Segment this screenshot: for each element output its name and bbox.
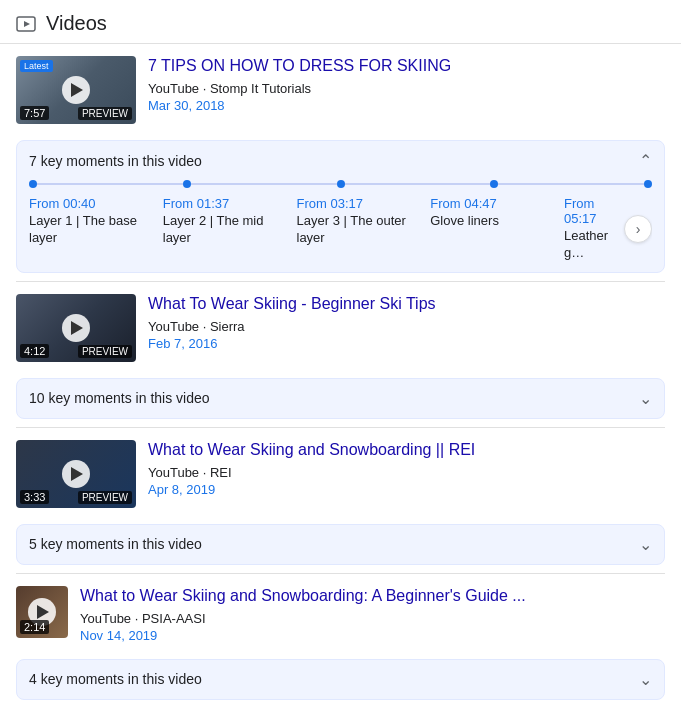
moments-row: From 00:40 Layer 1 | The base layer From… [29,196,652,262]
key-moments-header[interactable]: 7 key moments in this video ⌃ [29,151,652,170]
video-source: YouTube · PSIA-AASI [80,611,665,626]
section-title: Videos [46,12,107,35]
preview-badge: PREVIEW [78,491,132,504]
moment-desc: Leather g… [564,228,616,262]
key-moments-label: 5 key moments in this video [29,536,202,552]
video-date: Mar 30, 2018 [148,98,665,113]
preview-badge: PREVIEW [78,107,132,120]
moment-item[interactable]: From 01:37 Layer 2 | The mid layer [163,196,297,247]
video-date: Apr 8, 2019 [148,482,665,497]
timeline-line [191,183,337,185]
video-info: What to Wear Skiing and Snowboarding || … [148,440,665,497]
video-title[interactable]: What To Wear Skiing - Beginner Ski Tips [148,295,436,312]
moments-next-button[interactable]: › [624,215,652,243]
moment-time: From 01:37 [163,196,289,211]
key-moments-header[interactable]: 10 key moments in this video ⌄ [29,389,652,408]
chevron-down-icon: ⌄ [639,670,652,689]
key-moments-bar: 10 key moments in this video ⌄ [16,378,665,419]
key-moments-bar: 5 key moments in this video ⌄ [16,524,665,565]
moment-desc: Glove liners [430,213,556,230]
timeline-line [498,183,644,185]
timeline-dots [29,180,652,188]
moment-desc: Layer 1 | The base layer [29,213,155,247]
moment-item[interactable]: From 03:17 Layer 3 | The outer layer [297,196,431,247]
video-info: What To Wear Skiing - Beginner Ski Tips … [148,294,665,351]
video-info: 7 TIPS ON HOW TO DRESS FOR SKIING YouTub… [148,56,665,113]
key-moments-header[interactable]: 4 key moments in this video ⌄ [29,670,652,689]
timeline-dot [29,180,37,188]
video-thumbnail[interactable]: 3:33 PREVIEW [16,440,136,508]
moment-item[interactable]: From 04:47 Glove liners [430,196,564,230]
video-info: What to Wear Skiing and Snowboarding: A … [80,586,665,643]
chevron-up-icon: ⌃ [639,151,652,170]
video-section-icon [16,14,36,34]
video-date: Nov 14, 2019 [80,628,665,643]
video-item: 4:12 PREVIEW What To Wear Skiing - Begin… [0,282,681,374]
latest-badge: Latest [20,60,53,72]
chevron-right-icon: › [636,221,641,237]
duration-badge: 7:57 [20,106,49,120]
video-row: 2:14 What to Wear Skiing and Snowboardin… [16,586,665,643]
video-row: 3:33 PREVIEW What to Wear Skiing and Sno… [16,440,665,508]
play-button[interactable] [62,76,90,104]
video-source: YouTube · Stomp It Tutorials [148,81,665,96]
play-icon [71,83,83,97]
play-icon [71,467,83,481]
play-button[interactable] [62,314,90,342]
video-row: Latest 7:57 PREVIEW 7 TIPS ON HOW TO DRE… [16,56,665,124]
moment-item[interactable]: From 05:17 Leather g… [564,196,624,262]
key-moments-bar: 7 key moments in this video ⌃ From 00:40… [16,140,665,273]
moment-time: From 00:40 [29,196,155,211]
timeline-line [37,183,183,185]
moment-time: From 03:17 [297,196,423,211]
duration-badge: 2:14 [20,620,49,634]
timeline-dot [183,180,191,188]
section-header: Videos [0,0,681,44]
key-moments-header[interactable]: 5 key moments in this video ⌄ [29,535,652,554]
video-item: 3:33 PREVIEW What to Wear Skiing and Sno… [0,428,681,520]
play-button[interactable] [62,460,90,488]
video-item: 2:14 What to Wear Skiing and Snowboardin… [0,574,681,655]
video-thumbnail[interactable]: 4:12 PREVIEW [16,294,136,362]
chevron-down-icon: ⌄ [639,535,652,554]
timeline-dot [337,180,345,188]
video-title[interactable]: 7 TIPS ON HOW TO DRESS FOR SKIING [148,57,451,74]
video-title[interactable]: What to Wear Skiing and Snowboarding || … [148,441,475,458]
moment-time: From 04:47 [430,196,556,211]
moment-item[interactable]: From 00:40 Layer 1 | The base layer [29,196,163,247]
play-icon [37,605,49,619]
preview-badge: PREVIEW [78,345,132,358]
svg-marker-1 [24,21,30,27]
duration-badge: 4:12 [20,344,49,358]
video-row: 4:12 PREVIEW What To Wear Skiing - Begin… [16,294,665,362]
video-title[interactable]: What to Wear Skiing and Snowboarding: A … [80,587,526,604]
timeline-line [345,183,491,185]
video-item: Latest 7:57 PREVIEW 7 TIPS ON HOW TO DRE… [0,44,681,136]
key-moments-label: 10 key moments in this video [29,390,210,406]
key-moments-label: 7 key moments in this video [29,153,202,169]
video-source: YouTube · REI [148,465,665,480]
chevron-down-icon: ⌄ [639,389,652,408]
moment-desc: Layer 3 | The outer layer [297,213,423,247]
timeline-dot [644,180,652,188]
video-source: YouTube · Sierra [148,319,665,334]
video-thumbnail[interactable]: Latest 7:57 PREVIEW [16,56,136,124]
video-thumbnail[interactable]: 2:14 [16,586,68,638]
videos-section: Videos Latest 7:57 PREVIEW 7 TIPS ON HOW… [0,0,681,700]
timeline-dot [490,180,498,188]
video-date: Feb 7, 2016 [148,336,665,351]
moment-desc: Layer 2 | The mid layer [163,213,289,247]
play-icon [71,321,83,335]
duration-badge: 3:33 [20,490,49,504]
key-moments-label: 4 key moments in this video [29,671,202,687]
moment-time: From 05:17 [564,196,616,226]
key-moments-bar: 4 key moments in this video ⌄ [16,659,665,700]
